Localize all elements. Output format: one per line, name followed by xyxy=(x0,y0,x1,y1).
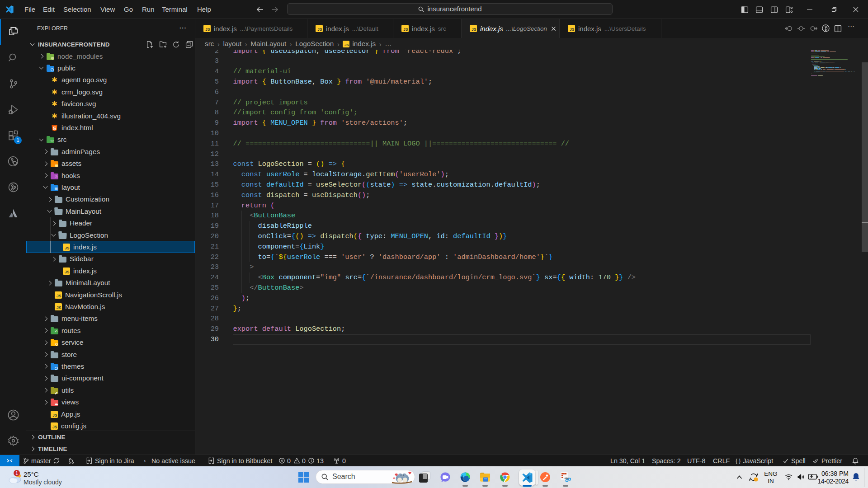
svg-text:1: 1 xyxy=(15,471,18,476)
